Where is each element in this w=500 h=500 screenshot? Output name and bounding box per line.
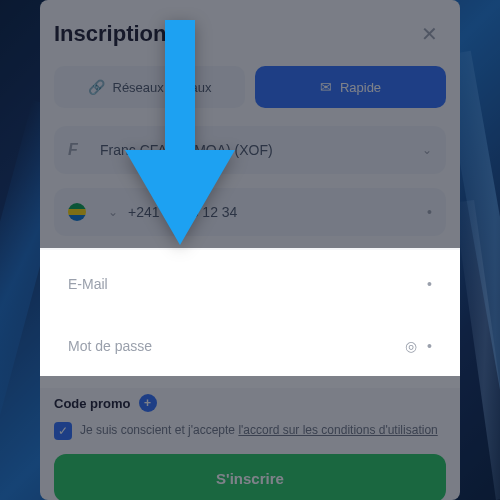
currency-label: Franc CFA (UEMOA) (XOF) [100, 142, 414, 158]
terms-link[interactable]: l'accord sur les conditions d'utilisatio… [238, 423, 437, 437]
chevron-down-icon: ⌄ [422, 143, 432, 157]
eye-icon[interactable]: ◎ [405, 338, 417, 354]
mail-icon: ✉ [320, 79, 332, 95]
submit-button[interactable]: S'inscrire [54, 454, 446, 500]
status-dot-icon: • [427, 204, 432, 220]
promo-label: Code promo [54, 396, 131, 411]
modal-title: Inscription [54, 21, 166, 47]
signup-tabs: 🔗 Réseaux sociaux ✉ Rapide [54, 66, 446, 108]
phone-value: +241 74 03 12 34 [128, 204, 427, 220]
share-icon: 🔗 [88, 79, 105, 95]
tab-label: Rapide [340, 80, 381, 95]
password-placeholder: Mot de passe [68, 338, 405, 354]
signup-modal: Inscription ✕ 🔗 Réseaux sociaux ✉ Rapide… [40, 0, 460, 500]
email-placeholder: E-Mail [68, 276, 427, 292]
consent-row: ✓ Je suis conscient et j'accepte l'accor… [54, 422, 446, 440]
status-dot-icon: • [427, 338, 432, 354]
add-promo-button[interactable]: + [139, 394, 157, 412]
status-dot-icon: • [427, 276, 432, 292]
promo-row: Code promo + [54, 394, 446, 412]
tab-label: Réseaux sociaux [113, 80, 212, 95]
country-flag-icon[interactable] [68, 203, 90, 221]
tab-rapid[interactable]: ✉ Rapide [255, 66, 446, 108]
password-field[interactable]: Mot de passe ◎ • [54, 322, 446, 370]
modal-header: Inscription ✕ [54, 18, 446, 50]
consent-checkbox[interactable]: ✓ [54, 422, 72, 440]
chevron-down-icon[interactable]: ⌄ [108, 205, 118, 219]
consent-text: Je suis conscient et j'accepte l'accord … [80, 422, 438, 439]
currency-icon: F [68, 141, 90, 159]
phone-field[interactable]: ⌄ +241 74 03 12 34 • [54, 188, 446, 236]
email-field[interactable]: E-Mail • [54, 260, 446, 308]
currency-select[interactable]: F Franc CFA (UEMOA) (XOF) ⌄ [54, 126, 446, 174]
close-icon[interactable]: ✕ [413, 18, 446, 50]
tab-social[interactable]: 🔗 Réseaux sociaux [54, 66, 245, 108]
highlighted-fields: E-Mail • Mot de passe ◎ • [40, 250, 460, 388]
